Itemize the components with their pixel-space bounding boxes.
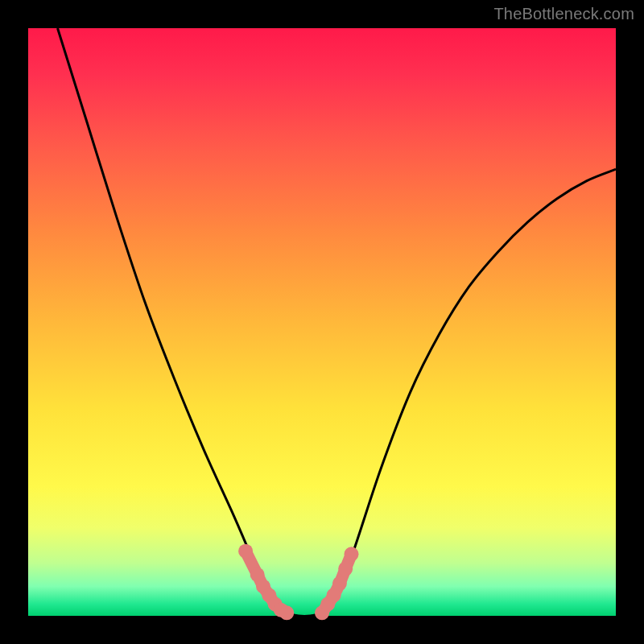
marker-dot bbox=[338, 562, 353, 576]
chart-svg bbox=[28, 28, 616, 616]
watermark-text: TheBottleneck.com bbox=[493, 5, 634, 23]
marker-dot bbox=[345, 547, 359, 561]
marker-dot bbox=[279, 605, 294, 620]
left-curve bbox=[58, 28, 287, 613]
right-marker-cluster bbox=[315, 547, 359, 620]
right-curve bbox=[322, 169, 616, 613]
marker-dot bbox=[332, 576, 347, 591]
left-marker-cluster bbox=[238, 544, 294, 621]
marker-dot bbox=[238, 544, 253, 559]
